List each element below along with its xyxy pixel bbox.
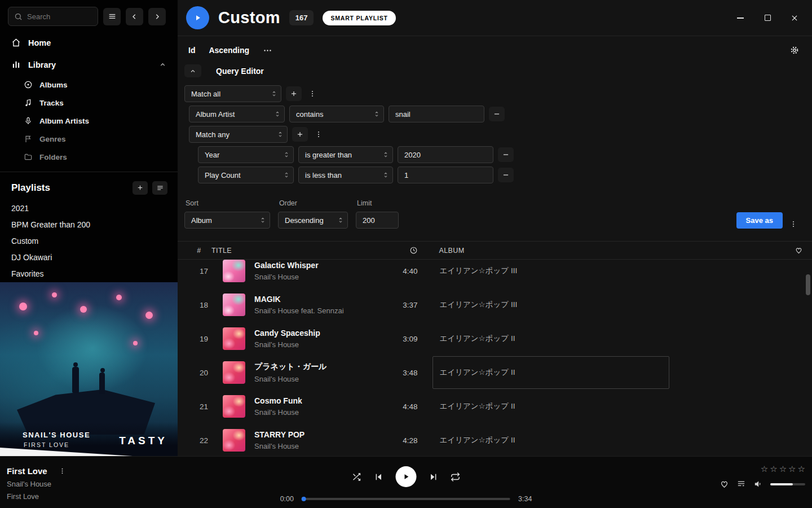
- album-cell[interactable]: エイリアン☆ポップ II: [433, 390, 669, 423]
- album-art-thumbnail[interactable]: [223, 361, 245, 384]
- column-header-title[interactable]: TITLE: [211, 247, 382, 255]
- star-icon[interactable]: ☆: [770, 465, 777, 473]
- star-icon[interactable]: ☆: [779, 465, 787, 473]
- group-options-kebab-icon[interactable]: [306, 89, 319, 98]
- playlist-item[interactable]: BPM Greater than 200: [0, 217, 178, 233]
- match-select[interactable]: Match any: [189, 126, 288, 143]
- previous-track-button[interactable]: [374, 472, 384, 482]
- rule-operator-select[interactable]: contains: [289, 106, 384, 122]
- limit-input[interactable]: [356, 212, 399, 229]
- star-icon[interactable]: ☆: [761, 465, 768, 473]
- table-row[interactable]: 18 MAGIK Snail's House feat. Sennzai 3:3…: [178, 288, 812, 322]
- duration-clock-icon[interactable]: [409, 246, 418, 255]
- queue-icon[interactable]: [736, 479, 746, 489]
- repeat-button[interactable]: [451, 472, 461, 482]
- rule-value-input[interactable]: [398, 167, 493, 183]
- collapse-query-editor-button[interactable]: [184, 64, 201, 77]
- track-artist[interactable]: Snail's House: [248, 273, 382, 281]
- track-title[interactable]: MAGIK: [248, 295, 382, 304]
- table-row[interactable]: 20 プラネット・ガール Snail's House 3:48 エイリアン☆ポッ…: [178, 356, 812, 389]
- track-artist[interactable]: Snail's House: [248, 442, 382, 450]
- maximize-button[interactable]: [762, 13, 773, 23]
- rule-value-input[interactable]: [389, 106, 484, 122]
- playlist-item[interactable]: Custom: [0, 233, 178, 249]
- album-cell[interactable]: エイリアン☆ポップ II: [433, 424, 669, 456]
- sidebar-item-genres[interactable]: Genres: [0, 130, 178, 148]
- chevron-up-icon[interactable]: [159, 61, 166, 68]
- table-row[interactable]: 17 Galactic Whisper Snail's House 4:40 エ…: [178, 260, 812, 288]
- now-playing-kebab-icon[interactable]: [56, 467, 68, 475]
- volume-slider[interactable]: [770, 483, 805, 485]
- search-input[interactable]: [27, 12, 92, 21]
- track-artist[interactable]: Snail's House: [248, 408, 382, 417]
- add-rule-button[interactable]: [292, 127, 308, 142]
- play-playlist-button[interactable]: [186, 6, 209, 29]
- now-playing-artist[interactable]: Snail's House: [7, 480, 68, 488]
- remove-rule-button[interactable]: [498, 168, 514, 182]
- add-playlist-button[interactable]: [133, 181, 148, 195]
- playlist-list-button[interactable]: [152, 181, 167, 195]
- volume-icon[interactable]: [753, 479, 763, 489]
- sort-direction-button[interactable]: Ascending: [209, 46, 249, 55]
- rule-field-select[interactable]: Year: [198, 146, 294, 163]
- close-button[interactable]: [789, 13, 800, 23]
- star-icon[interactable]: ☆: [788, 465, 796, 473]
- album-cell[interactable]: エイリアン☆ポップ III: [433, 260, 669, 287]
- shuffle-button[interactable]: [352, 472, 362, 482]
- play-pause-button[interactable]: [396, 466, 417, 487]
- track-artist[interactable]: Snail's House: [248, 340, 382, 349]
- playlist-item[interactable]: Favorites: [0, 266, 178, 282]
- album-art-thumbnail[interactable]: [223, 429, 245, 452]
- sort-field-button[interactable]: Id: [188, 46, 195, 55]
- save-options-kebab-icon[interactable]: [787, 220, 800, 229]
- track-title[interactable]: プラネット・ガール: [248, 362, 382, 372]
- favorite-heart-icon[interactable]: [795, 246, 803, 255]
- sidebar-item-home[interactable]: Home: [0, 32, 178, 54]
- favorite-heart-icon[interactable]: [720, 479, 729, 489]
- sidebar-item-folders[interactable]: Folders: [0, 148, 178, 166]
- track-title[interactable]: Candy Spaceship: [248, 329, 382, 338]
- playlist-item[interactable]: DJ Okawari: [0, 249, 178, 266]
- track-title[interactable]: Cosmo Funk: [248, 396, 382, 405]
- rule-value-input[interactable]: [398, 146, 493, 163]
- remove-rule-button[interactable]: [489, 107, 505, 121]
- album-art-thumbnail[interactable]: [223, 395, 245, 418]
- rule-field-select[interactable]: Album Artist: [189, 106, 285, 122]
- track-title[interactable]: Galactic Whisper: [248, 261, 382, 270]
- match-select[interactable]: Match all: [184, 85, 281, 102]
- track-artist[interactable]: Snail's House: [248, 375, 382, 383]
- group-options-kebab-icon[interactable]: [312, 130, 325, 139]
- next-track-button[interactable]: [429, 472, 439, 482]
- more-options-icon[interactable]: [263, 46, 272, 55]
- table-row[interactable]: 19 Candy Spaceship Snail's House 3:09 エイ…: [178, 322, 812, 356]
- track-artist[interactable]: Snail's House feat. Sennzai: [248, 306, 382, 315]
- add-rule-button[interactable]: [286, 86, 302, 101]
- album-cell[interactable]: エイリアン☆ポップ III: [433, 288, 669, 321]
- rule-operator-select[interactable]: is greater than: [298, 146, 393, 163]
- playlist-item[interactable]: 2021: [0, 200, 178, 217]
- sort-select[interactable]: Album: [184, 212, 270, 229]
- menu-button[interactable]: [103, 8, 121, 25]
- sidebar-item-tracks[interactable]: Tracks: [0, 94, 178, 112]
- sidebar-item-library[interactable]: Library: [0, 54, 178, 76]
- minimize-button[interactable]: [735, 13, 745, 23]
- column-header-number[interactable]: #: [187, 247, 211, 255]
- seek-bar[interactable]: [302, 498, 510, 500]
- rule-operator-select[interactable]: is less than: [298, 167, 393, 183]
- table-row[interactable]: 22 STARRY POP Snail's House 4:28 エイリアン☆ポ…: [178, 423, 812, 456]
- nav-forward-button[interactable]: [148, 8, 166, 25]
- album-art-thumbnail[interactable]: [223, 260, 245, 282]
- save-as-button[interactable]: Save as: [736, 212, 783, 229]
- settings-gear-icon[interactable]: [789, 45, 800, 55]
- scrollbar-thumb[interactable]: [806, 274, 810, 295]
- star-icon[interactable]: ☆: [798, 465, 805, 473]
- album-art-thumbnail[interactable]: [223, 327, 245, 350]
- track-title[interactable]: STARRY POP: [248, 430, 382, 439]
- album-cell[interactable]: エイリアン☆ポップ II: [433, 322, 669, 355]
- sidebar-item-album-artists[interactable]: Album Artists: [0, 112, 178, 130]
- album-cell[interactable]: エイリアン☆ポップ II: [433, 356, 669, 389]
- seek-handle[interactable]: [302, 497, 306, 501]
- search-box[interactable]: [8, 7, 98, 26]
- nav-back-button[interactable]: [126, 8, 143, 25]
- sidebar-item-albums[interactable]: Albums: [0, 76, 178, 94]
